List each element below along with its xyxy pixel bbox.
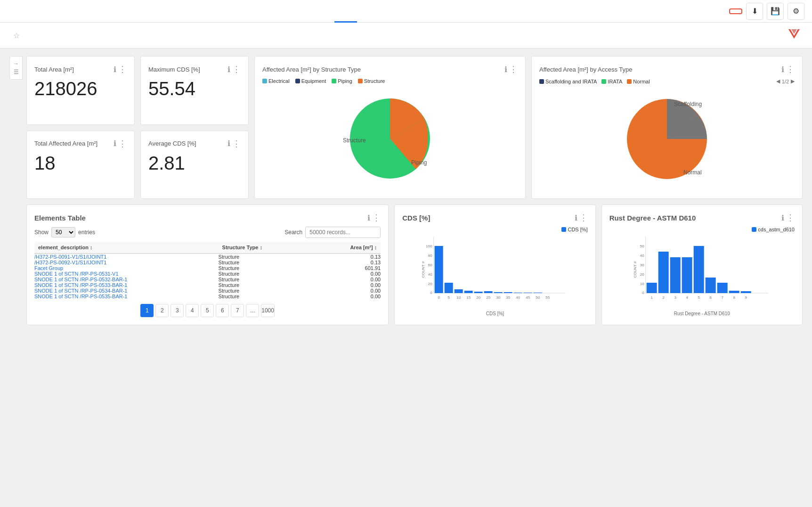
svg-text:5: 5: [698, 295, 700, 300]
cds-hist-card2: CDS [%] ℹ ⋮ CDS [%]: [394, 204, 595, 325]
table-row: /H372-PS-0092-V1/S1/IJOINT1 Structure 0.…: [34, 260, 381, 265]
cell-desc: SNODE 1 of SCTN /RP-PS-0533-BAR-1: [34, 282, 219, 288]
table-row: SNODE 1 of SCTN /RP-PS-0533-BAR-1 Struct…: [34, 282, 381, 288]
page-btn-1[interactable]: 2: [155, 304, 169, 317]
svg-rect-40: [646, 283, 657, 293]
sidebar-toggle[interactable]: → ☰: [9, 56, 23, 80]
page-btn-0[interactable]: 1: [140, 304, 154, 317]
et-info[interactable]: ℹ: [367, 213, 370, 222]
mc-info[interactable]: ℹ: [227, 65, 230, 74]
th-type[interactable]: Structure Type ↕: [219, 242, 313, 254]
svg-rect-42: [670, 257, 680, 293]
svg-text:30: 30: [640, 263, 644, 267]
svg-text:25: 25: [486, 295, 490, 300]
th-desc[interactable]: element_description ↕: [34, 242, 219, 254]
dashboard-grid: Total Area [m²] ℹ ⋮ 218026 Maximum CDS […: [26, 56, 803, 325]
cds-title2: CDS [%]: [402, 214, 430, 222]
svg-rect-13: [484, 291, 493, 293]
taf-title: Total Affected Area [m²]: [34, 140, 97, 147]
rust-menu2[interactable]: ⋮: [786, 213, 795, 223]
svg-rect-8: [435, 246, 443, 293]
cell-area: 0.00: [313, 277, 381, 282]
cell-area: 601.91: [313, 265, 381, 271]
total-area-card2: Total Area [m²] ℹ ⋮ 218026: [26, 56, 135, 125]
et-menu[interactable]: ⋮: [372, 213, 381, 223]
rust-svg2: 50 40 30 20 10 0 1 2 3 4 5 6 7 8 9 COUNT…: [609, 234, 795, 310]
svg-text:0: 0: [438, 295, 440, 300]
svg-text:Scaffolding: Scaffolding: [674, 101, 702, 107]
table-row: /H372-PS-0091-V1/S1/IJOINT1 Structure 0.…: [34, 254, 381, 260]
vidya-logo: [788, 28, 803, 42]
sp-info[interactable]: ℹ: [504, 65, 507, 74]
cell-desc: /H372-PS-0091-V1/S1/IJOINT1: [34, 254, 219, 260]
filter-button[interactable]: ⚙: [788, 3, 804, 20]
ac-menu[interactable]: ⋮: [232, 139, 241, 149]
nav-tab-0[interactable]: [334, 0, 357, 23]
ac-title: Average CDS [%]: [148, 140, 196, 147]
cds-legend2: CDS [%]: [402, 227, 587, 232]
table-row: SNODE 1 of SCTN /RP-PS-0535-BAR-1 Struct…: [34, 294, 381, 299]
page-btn-5[interactable]: 6: [216, 304, 229, 317]
ap-menu[interactable]: ⋮: [786, 64, 795, 74]
svg-text:30: 30: [496, 295, 500, 300]
page-next-icon[interactable]: ▶: [791, 78, 795, 84]
ap-title: Affected Area [m²] by Access Type: [539, 66, 633, 73]
cell-area: 0.00: [313, 271, 381, 277]
svg-text:2: 2: [662, 295, 665, 300]
entries-select2[interactable]: 501025100: [51, 227, 75, 237]
cds-info2[interactable]: ℹ: [575, 213, 577, 222]
cell-desc: SNODE 1 of SCTN /RP-PS-0532-BAR-1: [34, 277, 219, 282]
favorite-icon[interactable]: ☆: [13, 31, 20, 40]
svg-text:1: 1: [650, 295, 653, 300]
svg-rect-48: [740, 291, 751, 293]
svg-text:7: 7: [721, 295, 723, 300]
cell-desc: SNODE 1 of SCTN /RP-PS-0531-V1: [34, 271, 219, 277]
page-btn-7[interactable]: ...: [246, 304, 259, 317]
svg-text:Structure: Structure: [343, 137, 366, 144]
ta-menu[interactable]: ⋮: [118, 64, 127, 74]
save-button[interactable]: 💾: [767, 3, 784, 20]
page-btn-6[interactable]: 7: [231, 304, 244, 317]
cell-type: Structure: [219, 277, 313, 282]
ap-info[interactable]: ℹ: [781, 65, 784, 74]
ta-info[interactable]: ℹ: [114, 65, 116, 74]
page-btn-8[interactable]: 1000: [261, 304, 275, 317]
taf-info[interactable]: ℹ: [114, 139, 116, 148]
page-btn-3[interactable]: 4: [186, 304, 199, 317]
svg-rect-45: [705, 278, 715, 293]
page-prev-icon[interactable]: ◀: [776, 78, 780, 84]
table-scroll2[interactable]: element_description ↕ Structure Type ↕ A…: [34, 242, 381, 299]
page-btn-4[interactable]: 5: [201, 304, 214, 317]
mc-menu[interactable]: ⋮: [232, 64, 241, 74]
nav-tab-1[interactable]: [357, 0, 380, 23]
cell-type: Structure: [219, 271, 313, 277]
page-btn-2[interactable]: 3: [171, 304, 184, 317]
taf-menu[interactable]: ⋮: [118, 139, 127, 149]
sp-menu[interactable]: ⋮: [509, 64, 518, 74]
svg-text:20: 20: [476, 295, 480, 300]
table-row: SNODE 1 of SCTN /RP-PS-0531-V1 Structure…: [34, 271, 381, 277]
cell-desc: Facet Group: [34, 265, 219, 271]
search-input2[interactable]: [305, 227, 381, 238]
th-area[interactable]: Area [m²] ↕: [313, 242, 381, 254]
rust-info2[interactable]: ℹ: [781, 213, 784, 222]
cds-menu2[interactable]: ⋮: [579, 213, 588, 223]
new-button[interactable]: [729, 8, 742, 14]
mc-value: 55.54: [148, 78, 241, 99]
top-navigation: ⬇ 💾 ⚙: [0, 0, 812, 23]
svg-text:15: 15: [466, 295, 471, 300]
structure-pie-card: Affected Area [m²] by Structure Type ℹ ⋮…: [254, 56, 526, 199]
download-button[interactable]: ⬇: [746, 3, 763, 20]
ac-info[interactable]: ℹ: [227, 139, 230, 148]
table-row: SNODE 1 of SCTN /RP-PS-0534-BAR-1 Struct…: [34, 288, 381, 294]
svg-text:55: 55: [545, 295, 550, 300]
nav-tab-2[interactable]: [380, 0, 402, 23]
et-title: Elements Table: [34, 214, 86, 222]
sp-title: Affected Area [m²] by Structure Type: [262, 66, 361, 73]
svg-text:3: 3: [674, 295, 676, 300]
elements-table-card2: Elements Table ℹ ⋮ Show 501025100 entrie…: [26, 204, 389, 325]
svg-text:8: 8: [733, 295, 735, 300]
avg-cds-card: Average CDS [%] ℹ ⋮ 2.81: [140, 131, 249, 199]
show-lbl: Show: [34, 229, 49, 236]
search-lbl: Search: [284, 229, 302, 236]
